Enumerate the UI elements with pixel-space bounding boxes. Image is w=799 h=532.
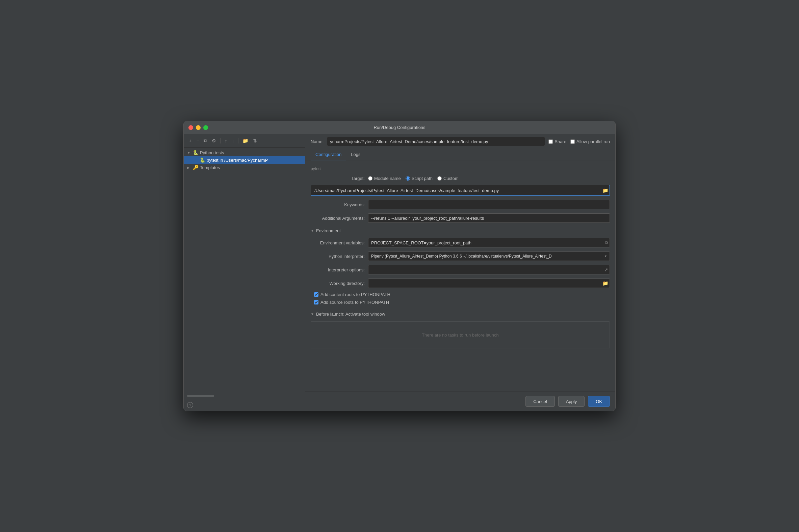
add-content-roots-label: Add content roots to PYTHONPATH <box>320 292 390 297</box>
header-checkboxes: Share Allow parallel run <box>549 139 610 144</box>
add-source-roots-item[interactable]: Add source roots to PYTHONPATH <box>314 300 610 305</box>
pytest-item-label: pytest in /Users/mac/PycharmP <box>207 158 301 163</box>
parallel-label: Allow parallel run <box>576 139 610 144</box>
script-path-option[interactable]: Script path <box>406 176 433 181</box>
name-input[interactable] <box>327 137 545 146</box>
additional-args-label: Additional Arguments: <box>311 216 365 221</box>
before-launch-section: ▼ Before launch: Activate tool window Th… <box>311 310 610 348</box>
sidebar-scrollbar[interactable] <box>187 395 214 397</box>
environment-label: Environment <box>316 228 341 233</box>
maximize-button[interactable] <box>203 125 208 130</box>
interpreter-options-expand-button[interactable]: ⤢ <box>604 267 608 272</box>
add-content-roots-item[interactable]: Add content roots to PYTHONPATH <box>314 292 610 297</box>
sort-button[interactable]: ⇅ <box>251 137 259 145</box>
sidebar-bottom: ? <box>184 399 305 411</box>
config-panel: pytest Target: Module name Script path <box>305 160 615 392</box>
minimize-button[interactable] <box>196 125 201 130</box>
interpreter-select[interactable]: Pipenv (Pytest_Allure_Airtest_Demo) Pyth… <box>368 251 610 261</box>
env-arrow-icon: ▼ <box>311 229 314 233</box>
custom-option[interactable]: Custom <box>437 176 459 181</box>
custom-radio[interactable] <box>437 176 442 180</box>
cancel-button[interactable]: Cancel <box>525 396 555 407</box>
remove-config-button[interactable]: − <box>194 137 201 145</box>
environment-section: ▼ Environment Environment variables: ⧉ P… <box>311 227 610 288</box>
move-up-button[interactable]: ↑ <box>223 137 229 145</box>
tree-python-tests[interactable]: ▼ 🐍 Python tests <box>184 149 305 156</box>
additional-args-input[interactable] <box>368 213 610 223</box>
target-options: Module name Script path Custom <box>368 176 459 181</box>
path-input-wrapper: 📁 <box>311 185 610 196</box>
move-down-button[interactable]: ↓ <box>230 137 236 145</box>
target-label: Target: <box>311 176 365 181</box>
script-path-radio[interactable] <box>406 176 410 180</box>
help-button[interactable]: ? <box>187 402 193 408</box>
module-name-radio[interactable] <box>368 176 372 180</box>
module-name-label: Module name <box>374 176 401 181</box>
interpreter-options-wrapper: ⤢ <box>368 265 610 274</box>
custom-label: Custom <box>443 176 459 181</box>
script-path-row: 📁 <box>311 185 610 196</box>
section-label: pytest <box>311 166 610 171</box>
add-config-button[interactable]: + <box>187 137 193 145</box>
working-dir-browse-button[interactable]: 📁 <box>602 281 608 286</box>
keywords-input[interactable] <box>368 200 610 209</box>
parallel-checkbox[interactable] <box>570 139 575 144</box>
script-path-input[interactable] <box>311 185 610 196</box>
ok-button[interactable]: OK <box>588 396 610 407</box>
working-dir-label: Working directory: <box>311 281 365 286</box>
interpreter-options-row: Interpreter options: ⤢ <box>311 265 610 274</box>
tree-templates[interactable]: ▶ 🔑 Templates <box>184 164 305 171</box>
checkboxes-section: Add content roots to PYTHONPATH Add sour… <box>314 292 610 305</box>
keywords-row: Keywords: <box>311 200 610 209</box>
tabs: Configuration Logs <box>305 149 615 160</box>
tab-configuration[interactable]: Configuration <box>311 149 346 160</box>
copy-config-button[interactable]: ⧉ <box>202 137 209 145</box>
keywords-label: Keywords: <box>311 202 365 207</box>
apply-button[interactable]: Apply <box>558 396 585 407</box>
env-vars-browse-button[interactable]: ⧉ <box>605 240 608 245</box>
python-tests-icon: 🐍 <box>192 150 199 155</box>
run-debug-configurations-window: Run/Debug Configurations + − ⧉ ⚙ ↑ ↓ 📁 ⇅… <box>183 121 616 411</box>
window-controls <box>188 125 208 130</box>
bottom-bar: Cancel Apply OK <box>305 392 615 411</box>
before-launch-header[interactable]: ▼ Before launch: Activate tool window <box>311 310 610 318</box>
add-source-roots-label: Add source roots to PYTHONPATH <box>320 300 389 305</box>
env-vars-row: Environment variables: ⧉ <box>311 238 610 247</box>
toolbar-separator-2 <box>238 138 238 144</box>
working-dir-input[interactable] <box>368 279 610 288</box>
add-content-roots-checkbox[interactable] <box>314 292 318 297</box>
working-dir-wrapper: 📁 <box>368 279 610 288</box>
top-bar: Name: Share Allow parallel run <box>305 134 615 149</box>
pytest-icon: 🐍 <box>199 157 205 163</box>
module-name-option[interactable]: Module name <box>368 176 401 181</box>
toolbar-separator-1 <box>220 138 221 144</box>
working-dir-row: Working directory: 📁 <box>311 279 610 288</box>
name-label: Name: <box>311 139 323 144</box>
share-checkbox-label[interactable]: Share <box>549 139 566 144</box>
python-tests-label: Python tests <box>200 150 301 155</box>
sidebar-tree: ▼ 🐍 Python tests 🐍 pytest in /Users/mac/… <box>184 148 305 393</box>
templates-icon: 🔑 <box>192 165 199 170</box>
env-vars-input[interactable] <box>368 238 610 247</box>
add-source-roots-checkbox[interactable] <box>314 300 318 304</box>
path-browse-button[interactable]: 📁 <box>602 188 608 193</box>
close-button[interactable] <box>188 125 193 130</box>
interpreter-options-input[interactable] <box>368 265 610 274</box>
settings-config-button[interactable]: ⚙ <box>210 137 218 145</box>
folder-button[interactable]: 📁 <box>241 137 250 145</box>
tree-arrow-templates: ▶ <box>187 166 191 169</box>
no-tasks-message: There are no tasks to run before launch <box>311 321 610 348</box>
tree-pytest-item[interactable]: 🐍 pytest in /Users/mac/PycharmP <box>184 156 305 164</box>
parallel-checkbox-label[interactable]: Allow parallel run <box>570 139 610 144</box>
environment-header[interactable]: ▼ Environment <box>311 227 610 234</box>
before-launch-arrow-icon: ▼ <box>311 312 314 316</box>
script-path-label: Script path <box>412 176 433 181</box>
before-launch-label: Before launch: Activate tool window <box>316 311 385 317</box>
title-bar: Run/Debug Configurations <box>184 121 615 134</box>
additional-args-row: Additional Arguments: <box>311 213 610 223</box>
templates-label: Templates <box>200 165 301 170</box>
tab-logs[interactable]: Logs <box>346 149 365 160</box>
interpreter-options-label: Interpreter options: <box>311 267 365 272</box>
share-checkbox[interactable] <box>549 139 553 144</box>
interpreter-label: Python interpreter: <box>311 254 365 259</box>
